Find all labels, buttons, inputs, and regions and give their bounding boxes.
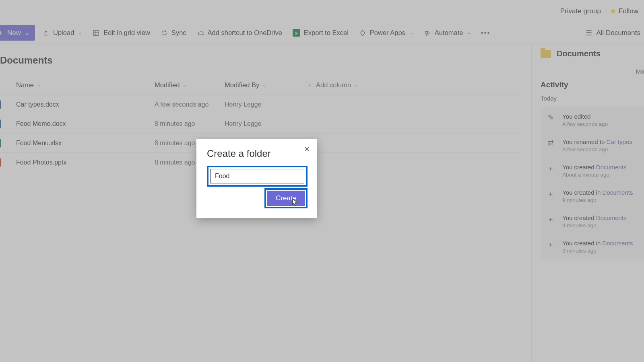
folder-name-field-highlight — [207, 166, 308, 187]
modal-backdrop[interactable] — [0, 0, 644, 362]
folder-name-input[interactable] — [210, 169, 304, 183]
create-button-highlight: Create — [264, 188, 308, 208]
close-icon: ✕ — [304, 145, 310, 153]
create-button[interactable]: Create — [267, 191, 305, 206]
dialog-title: Create a folder — [207, 148, 308, 159]
close-button[interactable]: ✕ — [301, 143, 312, 155]
create-folder-dialog: ✕ Create a folder Create — [196, 139, 317, 218]
